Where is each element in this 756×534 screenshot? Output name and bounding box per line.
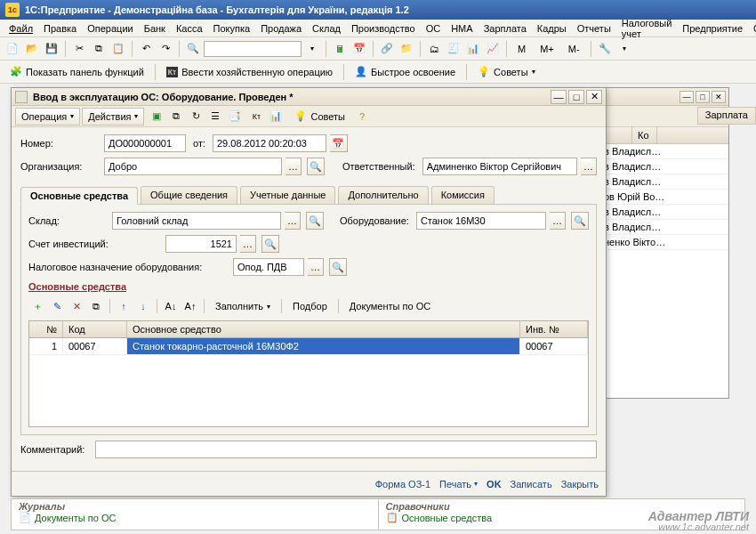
move-down-icon[interactable]: ↓	[134, 297, 152, 315]
lookup-icon[interactable]: …	[286, 158, 302, 175]
search-dd-icon[interactable]: ▾	[303, 40, 321, 58]
bg-max-icon[interactable]: □	[696, 91, 710, 103]
m-plus-button[interactable]: M+	[534, 40, 560, 58]
refresh-icon[interactable]: ↻	[187, 108, 205, 125]
comment-field[interactable]	[95, 441, 597, 458]
catalogs-link[interactable]: 📋Основные средства	[386, 512, 493, 523]
search-icon[interactable]: 🔍	[261, 235, 279, 253]
post-icon[interactable]: ▣	[148, 108, 165, 125]
dlg-max-icon[interactable]: □	[568, 90, 584, 104]
select-button[interactable]: Подбор	[286, 297, 334, 315]
dlg-close-icon[interactable]: ✕	[586, 90, 602, 104]
list-icon[interactable]: ☰	[206, 108, 224, 125]
tool4-icon[interactable]: 📈	[484, 40, 502, 58]
menu-operations[interactable]: Операции	[82, 21, 138, 36]
tips-button[interactable]: 💡Советы	[288, 108, 350, 125]
form-oz1-link[interactable]: Форма ОЗ-1	[375, 479, 430, 490]
calendar-icon[interactable]: 📅	[350, 40, 368, 58]
delete-row-icon[interactable]: ✕	[68, 297, 85, 315]
clone-row-icon[interactable]: ⧉	[87, 297, 105, 315]
dlg-min-icon[interactable]: —	[551, 90, 567, 104]
link-icon[interactable]: 🔗	[378, 40, 396, 58]
m-button[interactable]: M	[511, 40, 532, 58]
menu-hr[interactable]: Кадры	[532, 21, 572, 36]
fill-dropdown[interactable]: Заполнить▾	[209, 297, 277, 315]
search-icon[interactable]: 🔍	[307, 158, 325, 175]
menu-purchase[interactable]: Покупка	[208, 21, 256, 36]
assets-grid[interactable]: № Код Основное средство Инв. № 1 00067 С…	[28, 320, 589, 427]
quick-start-button[interactable]: 👤 Быстрое освоение	[349, 63, 462, 81]
tax-field[interactable]: Опод. ПДВ	[233, 258, 304, 276]
menu-sale[interactable]: Продажа	[255, 21, 307, 36]
show-panel-button[interactable]: 🧩 Показать панель функций	[4, 63, 150, 81]
invest-field[interactable]: 1521	[165, 235, 237, 253]
copy-icon[interactable]: ⧉	[90, 40, 108, 58]
paste-icon[interactable]: 📋	[109, 40, 127, 58]
sklad-field[interactable]: Головний склад	[112, 212, 281, 230]
search-icon[interactable]: 🔍	[571, 212, 589, 230]
lookup-icon[interactable]: …	[285, 212, 301, 230]
tab-main-assets[interactable]: Основные средства	[20, 187, 138, 205]
tab-additional[interactable]: Дополнительно	[338, 186, 428, 204]
number-field[interactable]: ДО000000001	[104, 134, 186, 152]
tool3-icon[interactable]: 📊	[464, 40, 482, 58]
side-tab-salary[interactable]: Зарплата	[697, 107, 756, 125]
menu-production[interactable]: Производство	[346, 21, 421, 36]
calendar-icon[interactable]: 📅	[330, 134, 348, 152]
ok-button[interactable]: OK	[487, 479, 502, 490]
wrench-dd-icon[interactable]: ▾	[615, 40, 633, 58]
menu-os[interactable]: ОС	[421, 21, 446, 36]
col-code[interactable]: Код	[63, 321, 127, 337]
menu-service[interactable]: С	[748, 21, 756, 36]
responsible-field[interactable]: Админенко Віктор Сергійович	[422, 158, 577, 175]
menu-tax[interactable]: Налоговый учет	[616, 16, 678, 41]
cut-icon[interactable]: ✂	[70, 40, 88, 58]
col-n[interactable]: №	[29, 321, 63, 337]
docs-os-button[interactable]: Документы по ОС	[343, 297, 437, 315]
menu-cash[interactable]: Касса	[171, 21, 208, 36]
sort-asc-icon[interactable]: A↓	[162, 297, 180, 315]
menu-salary[interactable]: Зарплата	[479, 21, 532, 36]
menu-bank[interactable]: Банк	[139, 21, 171, 36]
save-button[interactable]: Записать	[511, 479, 552, 490]
edit-row-icon[interactable]: ✎	[48, 297, 66, 315]
menu-enterprise[interactable]: Предприятие	[677, 21, 748, 36]
calc-icon[interactable]: 🖩	[331, 40, 349, 58]
close-button[interactable]: Закрыть	[561, 479, 599, 490]
tool1-icon[interactable]: 🗂	[425, 40, 443, 58]
search-icon[interactable]: 🔍	[329, 258, 347, 276]
menu-nma[interactable]: НМА	[446, 21, 478, 36]
menu-warehouse[interactable]: Склад	[307, 21, 346, 36]
equip-field[interactable]: Станок 16М30	[416, 212, 546, 230]
bg-close-icon[interactable]: ✕	[712, 91, 726, 103]
m-minus-button[interactable]: M-	[562, 40, 586, 58]
menu-reports[interactable]: Отчеты	[572, 21, 616, 36]
wrench-icon[interactable]: 🔧	[596, 40, 614, 58]
tips-button[interactable]: 💡 Советы ▾	[471, 63, 541, 81]
grid-row[interactable]: 1 00067 Станок токарно-расточной 16М30Ф2…	[29, 338, 588, 355]
lookup-icon[interactable]: …	[581, 158, 597, 175]
tool2-icon[interactable]: 🧾	[445, 40, 462, 58]
bg-col-ko[interactable]: Ко	[632, 127, 657, 143]
save-icon[interactable]: 💾	[43, 40, 60, 58]
enter-op-button[interactable]: Кт Ввести хозяйственную операцию	[160, 63, 339, 81]
struct-icon[interactable]: 📑	[226, 108, 244, 125]
folder-icon[interactable]: 📁	[398, 40, 415, 58]
tab-general[interactable]: Общие сведения	[141, 186, 237, 204]
lookup-icon[interactable]: …	[240, 235, 256, 253]
org-field[interactable]: Добро	[104, 158, 282, 175]
print-dropdown[interactable]: Печать ▾	[439, 479, 478, 490]
search-icon[interactable]: 🔍	[184, 40, 202, 58]
report-icon[interactable]: 📊	[267, 108, 285, 125]
open-icon[interactable]: 📂	[23, 40, 41, 58]
lookup-icon[interactable]: …	[308, 258, 324, 276]
add-row-icon[interactable]: ＋	[28, 297, 46, 315]
copy-doc-icon[interactable]: ⧉	[167, 108, 185, 125]
move-up-icon[interactable]: ↑	[115, 297, 133, 315]
lookup-icon[interactable]: …	[550, 212, 566, 230]
redo-icon[interactable]: ↷	[157, 40, 174, 58]
tab-commission[interactable]: Комиссия	[431, 186, 495, 204]
col-name[interactable]: Основное средство	[127, 321, 520, 337]
new-icon[interactable]: 📄	[4, 40, 21, 58]
col-inv[interactable]: Инв. №	[520, 321, 588, 337]
